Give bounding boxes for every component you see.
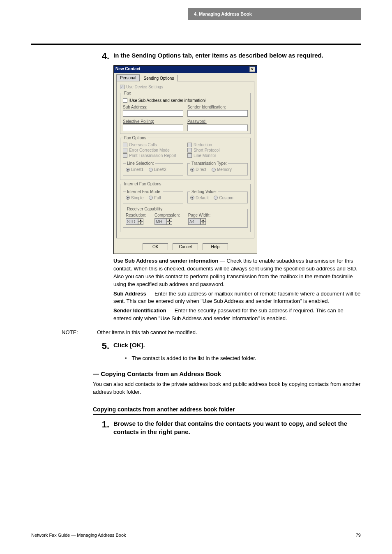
radio-icon — [126, 168, 130, 172]
checkbox-icon — [120, 85, 125, 89]
direct-radio[interactable]: Direct — [190, 167, 206, 172]
radio-label: Default — [196, 196, 209, 200]
chevron-down-icon[interactable]: ▼ — [201, 222, 206, 225]
default-radio[interactable]: Default — [190, 196, 209, 200]
reduction-checkbox[interactable]: Reduction — [187, 143, 248, 147]
sender-id-input[interactable] — [187, 110, 248, 117]
radio-label: Line#1 — [131, 167, 143, 172]
checkbox-icon — [123, 148, 127, 152]
radio-label: Simple — [131, 196, 144, 200]
compression-label: Compression: — [154, 213, 180, 217]
ok-button[interactable]: OK — [143, 243, 168, 250]
password-input[interactable] — [187, 125, 248, 131]
sub-address-input[interactable] — [123, 110, 183, 117]
header-rule — [31, 44, 361, 45]
fax-options-legend: Fax Options — [123, 136, 148, 140]
line2-radio[interactable]: Line#2 — [149, 167, 166, 172]
selective-polling-input[interactable] — [123, 125, 183, 131]
step-title: Browse to the folder that contains the c… — [113, 420, 361, 436]
step-1: 1. Browse to the folder that contains th… — [31, 420, 361, 436]
checkbox-label: Reduction — [194, 143, 212, 147]
chevron-up-icon[interactable]: ▲ — [167, 218, 172, 222]
use-device-settings-checkbox[interactable]: Use Device Settings — [120, 85, 251, 89]
radio-label: Direct — [196, 167, 206, 172]
receiver-capability-fieldset: Receiver Capability Resolution: STD ▲▼ C — [123, 207, 248, 228]
stepper-value: STD — [126, 218, 138, 225]
definition-sender-identification: Sender Identification — Enter the securi… — [113, 307, 361, 323]
definition-text: — Enter the sub address or mailbox numbe… — [113, 291, 360, 305]
chevron-down-icon[interactable]: ▼ — [138, 222, 143, 225]
chevron-up-icon[interactable]: ▲ — [138, 218, 143, 222]
internet-fax-options-fieldset: Internet Fax Options Internet Fax Mode: … — [120, 182, 251, 233]
dialog-titlebar: New Contact × — [114, 66, 257, 73]
checkbox-label: Error Correction Mode — [129, 148, 170, 152]
transmission-type-legend: Transmission Type: — [190, 161, 228, 166]
line1-radio[interactable]: Line#1 — [126, 167, 143, 172]
resolution-stepper[interactable]: STD ▲▼ — [126, 218, 143, 225]
tab-personal[interactable]: Personal — [116, 74, 140, 81]
radio-label: Memory — [217, 167, 232, 172]
section-paragraph: You can also add contacts to the private… — [93, 381, 361, 396]
chevron-down-icon[interactable]: ▼ — [167, 222, 172, 225]
full-radio[interactable]: Full — [149, 196, 161, 200]
setting-value-legend: Setting Value: — [190, 189, 218, 194]
page-content: 4. In the Sending Options tab, enter ite… — [31, 51, 361, 440]
checkbox-icon — [123, 98, 127, 103]
page-width-stepper[interactable]: A4 ▲▼ — [188, 218, 206, 225]
line-monitor-checkbox[interactable]: Line Monitor — [187, 153, 248, 158]
note-text: Other items in this tab cannot be modifi… — [93, 329, 361, 335]
page-footer: Network Fax Guide — Managing Address Boo… — [31, 530, 361, 538]
page-header: 4. Managing Address Book — [0, 8, 392, 21]
radio-icon — [212, 168, 216, 172]
tab-sending-options[interactable]: Sending Options — [140, 75, 178, 81]
stepper-arrows: ▲▼ — [201, 218, 206, 225]
memory-radio[interactable]: Memory — [212, 167, 232, 172]
chapter-label: 4. Managing Address Book — [188, 8, 361, 20]
step-title: In the Sending Options tab, enter items … — [113, 51, 361, 60]
line-selection-fieldset: Line Selection: Line#1 Line#2 — [123, 161, 183, 175]
footer-page-number: 79 — [356, 533, 361, 538]
checkbox-icon — [187, 153, 192, 158]
fax-legend: Fax — [123, 91, 132, 95]
step-number: 5. — [31, 341, 113, 351]
overseas-calls-checkbox[interactable]: Overseas Calls — [123, 143, 183, 147]
use-sub-address-checkbox[interactable]: Use Sub Address and sender information — [123, 98, 248, 103]
checkbox-icon — [187, 148, 192, 152]
internet-fax-mode-fieldset: Internet Fax Mode: Simple Full — [123, 189, 183, 204]
note-label: NOTE: — [31, 329, 93, 335]
page-width-label: Page Width: — [188, 213, 210, 217]
radio-icon — [149, 196, 153, 200]
radio-label: Custom — [219, 196, 233, 200]
checkbox-icon — [187, 143, 192, 147]
stepper-value: MH — [154, 218, 167, 225]
custom-radio[interactable]: Custom — [214, 196, 233, 200]
tab-panel: Use Device Settings Fax Use Sub Address … — [116, 81, 254, 238]
cancel-button[interactable]: Cancel — [173, 243, 198, 250]
step-5: 5. Click [OK]. — [31, 341, 361, 351]
checkbox-label: Short Protocol — [194, 148, 219, 152]
checkbox-icon — [123, 153, 127, 158]
close-icon[interactable]: × — [249, 67, 255, 72]
receiver-capability-legend: Receiver Capability — [126, 207, 164, 211]
password-label: Password: — [187, 119, 248, 124]
fax-fieldset: Fax Use Sub Address and sender informati… — [120, 91, 251, 134]
radio-icon — [214, 196, 218, 200]
ecm-checkbox[interactable]: Error Correction Mode — [123, 148, 183, 152]
radio-icon — [190, 196, 194, 200]
section-heading-copying: — Copying Contacts from an Address Book — [93, 370, 361, 377]
simple-radio[interactable]: Simple — [126, 196, 144, 200]
short-protocol-checkbox[interactable]: Short Protocol — [187, 148, 248, 152]
definition-use-sub-address: Use Sub Address and sender information —… — [113, 257, 361, 288]
radio-icon — [149, 168, 153, 172]
compression-stepper[interactable]: MH ▲▼ — [154, 218, 172, 225]
new-contact-dialog: New Contact × Personal Sending Options U… — [113, 65, 257, 254]
step-5-bullet: • The contact is added to the list in th… — [125, 355, 361, 361]
print-trans-report-checkbox[interactable]: Print Transmission Report — [123, 153, 183, 158]
dialog-title-text: New Contact — [115, 67, 141, 72]
definition-term: Sub Address — [113, 291, 146, 297]
chevron-up-icon[interactable]: ▲ — [201, 218, 206, 222]
sub-address-label: Sub Address: — [123, 105, 183, 109]
step-title: Click [OK]. — [113, 341, 361, 349]
radio-icon — [126, 196, 130, 200]
help-button[interactable]: Help — [203, 243, 228, 250]
